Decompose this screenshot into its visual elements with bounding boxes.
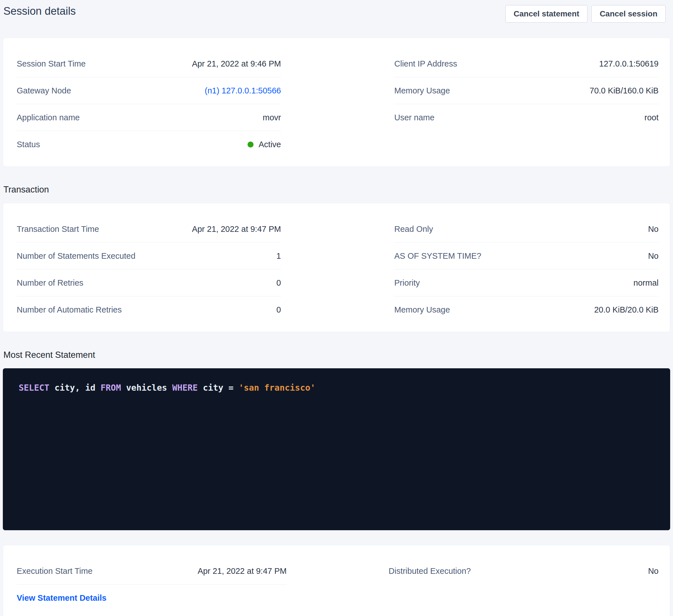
transaction-start-time-row: Transaction Start Time Apr 21, 2022 at 9… xyxy=(17,216,281,243)
execution-card-right-column: Distributed Execution? No xyxy=(389,558,659,611)
user-name-row: User name root xyxy=(394,104,659,131)
read-only-label: Read Only xyxy=(394,224,433,234)
sql-keyword-where: WHERE xyxy=(172,383,198,393)
transaction-start-time-value: Apr 21, 2022 at 9:47 PM xyxy=(192,224,281,234)
transaction-start-time-label: Transaction Start Time xyxy=(17,224,99,234)
transaction-memory-usage-value: 20.0 KiB/20.0 KiB xyxy=(594,305,659,315)
cancel-session-button[interactable]: Cancel session xyxy=(592,5,666,23)
execution-card-left-column: Execution Start Time Apr 21, 2022 at 9:4… xyxy=(17,558,287,611)
status-active-text: Active xyxy=(259,139,281,149)
session-memory-usage-value: 70.0 KiB/160.0 KiB xyxy=(590,86,659,96)
transaction-card-right-column: Read Only No AS OF SYSTEM TIME? No Prior… xyxy=(394,216,659,323)
user-name-value: root xyxy=(644,113,659,122)
sql-string-literal: 'san francisco' xyxy=(239,383,315,393)
automatic-retries-row: Number of Automatic Retries 0 xyxy=(17,296,281,323)
distributed-execution-label: Distributed Execution? xyxy=(389,566,471,576)
page-header: Session details Cancel statement Cancel … xyxy=(0,0,673,23)
execution-card: Execution Start Time Apr 21, 2022 at 9:4… xyxy=(3,545,670,616)
cancel-statement-button[interactable]: Cancel statement xyxy=(505,5,588,23)
page-title: Session details xyxy=(3,5,76,18)
sql-statement-box: SELECT city, id FROM vehicles WHERE city… xyxy=(3,368,670,530)
number-of-retries-value: 0 xyxy=(276,278,281,288)
transaction-card: Transaction Start Time Apr 21, 2022 at 9… xyxy=(3,203,670,332)
application-name-value: movr xyxy=(263,113,281,122)
as-of-system-time-label: AS OF SYSTEM TIME? xyxy=(394,251,481,261)
most-recent-statement-heading: Most Recent Statement xyxy=(3,350,673,360)
user-name-label: User name xyxy=(394,113,435,122)
header-actions: Cancel statement Cancel session xyxy=(505,5,666,23)
transaction-memory-usage-row: Memory Usage 20.0 KiB/20.0 KiB xyxy=(394,296,659,323)
execution-start-time-row: Execution Start Time Apr 21, 2022 at 9:4… xyxy=(17,558,287,585)
status-label: Status xyxy=(17,139,40,149)
session-card-right-column: Client IP Address 127.0.0.1:50619 Memory… xyxy=(394,50,659,158)
statements-executed-label: Number of Statements Executed xyxy=(17,251,136,261)
priority-row: Priority normal xyxy=(394,270,659,296)
distributed-execution-value: No xyxy=(648,566,659,576)
sql-keyword-select: SELECT xyxy=(19,383,49,393)
client-ip-row: Client IP Address 127.0.0.1:50619 xyxy=(394,50,659,77)
execution-start-time-label: Execution Start Time xyxy=(17,566,92,576)
transaction-memory-usage-label: Memory Usage xyxy=(394,305,450,315)
read-only-value: No xyxy=(648,224,659,234)
sql-condition: city = xyxy=(198,383,239,393)
automatic-retries-value: 0 xyxy=(276,305,281,315)
sql-statement-text: SELECT city, id FROM vehicles WHERE city… xyxy=(19,382,659,394)
statements-executed-value: 1 xyxy=(276,251,281,261)
view-statement-details-link[interactable]: View Statement Details xyxy=(17,593,106,603)
session-details-card: Session Start Time Apr 21, 2022 at 9:46 … xyxy=(3,38,670,167)
sql-table: vehicles xyxy=(121,383,172,393)
distributed-execution-row: Distributed Execution? No xyxy=(389,558,659,585)
session-start-time-row: Session Start Time Apr 21, 2022 at 9:46 … xyxy=(17,50,281,77)
session-memory-usage-row: Memory Usage 70.0 KiB/160.0 KiB xyxy=(394,77,659,104)
session-card-left-column: Session Start Time Apr 21, 2022 at 9:46 … xyxy=(17,50,281,158)
client-ip-value: 127.0.0.1:50619 xyxy=(599,59,659,69)
number-of-retries-label: Number of Retries xyxy=(17,278,83,288)
session-start-time-value: Apr 21, 2022 at 9:46 PM xyxy=(192,59,281,69)
session-start-time-label: Session Start Time xyxy=(17,59,85,69)
status-value: Active xyxy=(248,139,281,149)
automatic-retries-label: Number of Automatic Retries xyxy=(17,305,122,315)
status-active-dot-icon xyxy=(248,141,253,147)
priority-label: Priority xyxy=(394,278,420,288)
sql-keyword-from: FROM xyxy=(100,383,121,393)
transaction-card-left-column: Transaction Start Time Apr 21, 2022 at 9… xyxy=(17,216,281,323)
as-of-system-time-value: No xyxy=(648,251,659,261)
as-of-system-time-row: AS OF SYSTEM TIME? No xyxy=(394,243,659,270)
transaction-section-heading: Transaction xyxy=(3,184,673,195)
number-of-retries-row: Number of Retries 0 xyxy=(17,270,281,296)
session-memory-usage-label: Memory Usage xyxy=(394,86,450,96)
gateway-node-link[interactable]: (n1) 127.0.0.1:50566 xyxy=(205,86,281,96)
client-ip-label: Client IP Address xyxy=(394,59,457,69)
gateway-node-row: Gateway Node (n1) 127.0.0.1:50566 xyxy=(17,77,281,104)
sql-columns: city, id xyxy=(49,383,100,393)
view-statement-details-row: View Statement Details xyxy=(17,585,287,611)
statements-executed-row: Number of Statements Executed 1 xyxy=(17,243,281,270)
application-name-row: Application name movr xyxy=(17,104,281,131)
status-row: Status Active xyxy=(17,131,281,158)
gateway-node-label: Gateway Node xyxy=(17,86,71,96)
execution-start-time-value: Apr 21, 2022 at 9:47 PM xyxy=(198,566,287,576)
priority-value: normal xyxy=(633,278,659,288)
read-only-row: Read Only No xyxy=(394,216,659,243)
application-name-label: Application name xyxy=(17,113,79,122)
